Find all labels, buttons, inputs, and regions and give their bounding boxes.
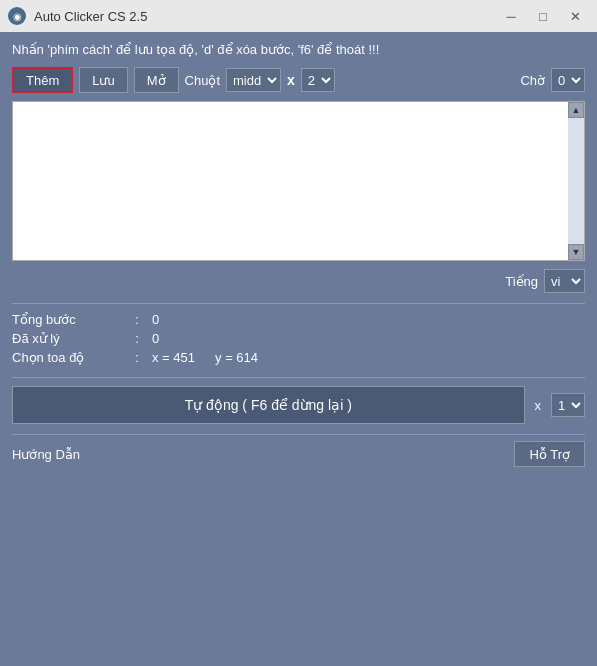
chon-toa-do-colon: : bbox=[122, 350, 152, 365]
close-button[interactable]: ✕ bbox=[561, 5, 589, 27]
them-button[interactable]: Thêm bbox=[12, 67, 73, 93]
tieng-select[interactable]: vi en bbox=[544, 269, 585, 293]
tieng-row: Tiếng vi en bbox=[12, 269, 585, 293]
da-xu-ly-row: Đã xử lý : 0 bbox=[12, 331, 585, 346]
scrollbar[interactable]: ▲ ▼ bbox=[568, 102, 584, 260]
divider-bottom bbox=[12, 377, 585, 378]
main-content: Nhấn 'phím cách' để lưu tọa độ, 'd' để x… bbox=[0, 32, 597, 477]
x-value-select[interactable]: 2 1 3 bbox=[301, 68, 335, 92]
minimize-button[interactable]: ─ bbox=[497, 5, 525, 27]
bottom-row: Hướng Dẫn Hỗ Trợ bbox=[12, 434, 585, 467]
chon-toa-do-y: y = 614 bbox=[215, 350, 258, 365]
scroll-down-arrow[interactable]: ▼ bbox=[568, 244, 584, 260]
auto-x-select[interactable]: 1 2 3 bbox=[551, 393, 585, 417]
app-icon: ◉ bbox=[8, 7, 26, 25]
chon-toa-do-label: Chọn toa độ bbox=[12, 350, 122, 365]
cho-select[interactable]: 0 1 2 bbox=[551, 68, 585, 92]
x-multiply-label: x bbox=[287, 72, 295, 88]
toolbar: Thêm Lưu Mở Chuột midd left right x 2 1 … bbox=[12, 67, 585, 93]
auto-x-label: x bbox=[535, 398, 542, 413]
chuot-select[interactable]: midd left right bbox=[226, 68, 281, 92]
scroll-track bbox=[568, 118, 584, 244]
app-icon-symbol: ◉ bbox=[13, 11, 22, 22]
divider-top bbox=[12, 303, 585, 304]
da-xu-ly-value: 0 bbox=[152, 331, 159, 346]
title-bar: ◉ Auto Clicker CS 2.5 ─ □ ✕ bbox=[0, 0, 597, 32]
info-text: Nhấn 'phím cách' để lưu tọa độ, 'd' để x… bbox=[12, 42, 585, 57]
mo-button[interactable]: Mở bbox=[134, 67, 179, 93]
app-title: Auto Clicker CS 2.5 bbox=[34, 9, 489, 24]
maximize-button[interactable]: □ bbox=[529, 5, 557, 27]
chon-toa-do-x: x = 451 bbox=[152, 350, 195, 365]
scroll-up-arrow[interactable]: ▲ bbox=[568, 102, 584, 118]
auto-button[interactable]: Tự động ( F6 để dừng lại ) bbox=[12, 386, 525, 424]
stats-section: Tổng bước : 0 Đã xử lý : 0 Chọn toa độ :… bbox=[12, 312, 585, 365]
window-controls: ─ □ ✕ bbox=[497, 5, 589, 27]
chon-toa-do-row: Chọn toa độ : x = 451 y = 614 bbox=[12, 350, 585, 365]
tieng-label: Tiếng bbox=[505, 274, 538, 289]
cho-label: Chờ bbox=[520, 73, 545, 88]
tong-buoc-colon: : bbox=[122, 312, 152, 327]
da-xu-ly-label: Đã xử lý bbox=[12, 331, 122, 346]
chuot-label: Chuột bbox=[185, 73, 220, 88]
huong-dan-label: Hướng Dẫn bbox=[12, 447, 80, 462]
auto-row: Tự động ( F6 để dừng lại ) x 1 2 3 bbox=[12, 386, 585, 424]
click-list-area: ▲ ▼ bbox=[12, 101, 585, 261]
luu-button[interactable]: Lưu bbox=[79, 67, 127, 93]
tong-buoc-label: Tổng bước bbox=[12, 312, 122, 327]
da-xu-ly-colon: : bbox=[122, 331, 152, 346]
tong-buoc-row: Tổng bước : 0 bbox=[12, 312, 585, 327]
ho-tro-button[interactable]: Hỗ Trợ bbox=[514, 441, 585, 467]
tong-buoc-value: 0 bbox=[152, 312, 159, 327]
